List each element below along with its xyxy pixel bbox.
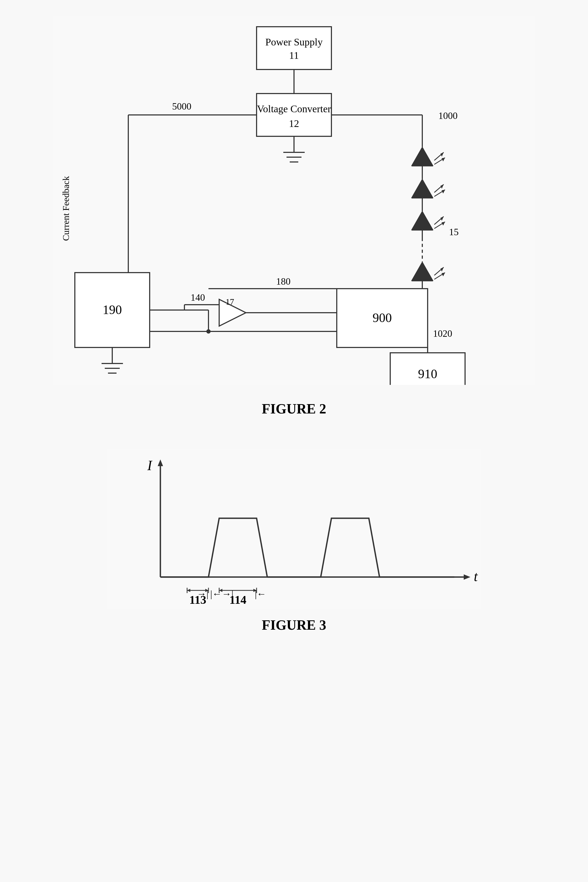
- block-190-number: 190: [103, 303, 122, 317]
- label-1020: 1020: [433, 328, 452, 339]
- arrow-left-1: |←: [255, 588, 266, 599]
- block-900-number: 900: [373, 310, 392, 325]
- page: Power Supply 11 Voltage Converter 12 500…: [0, 0, 588, 882]
- voltage-converter-number: 12: [289, 118, 299, 129]
- label-180: 180: [276, 276, 291, 287]
- x-axis-label: t: [474, 569, 478, 584]
- block-910-number: 910: [418, 367, 437, 381]
- label-5000: 5000: [172, 101, 191, 112]
- voltage-converter-label: Voltage Converter: [257, 103, 331, 114]
- svg-rect-76: [107, 449, 481, 609]
- figure2-label: FIGURE 2: [262, 401, 326, 417]
- svg-rect-1: [256, 27, 332, 69]
- power-supply-number: 11: [289, 50, 299, 61]
- figure3-label: FIGURE 3: [262, 617, 326, 633]
- label-15: 15: [449, 226, 459, 237]
- power-supply-label: Power Supply: [266, 36, 322, 48]
- figure3-container: I t 11: [54, 449, 534, 609]
- svg-rect-3: [256, 93, 332, 136]
- arrow-right-1: →|: [197, 588, 208, 599]
- figure2-container: Power Supply 11 Voltage Converter 12 500…: [54, 16, 534, 390]
- amplifier-number: 17: [226, 297, 234, 306]
- circuit-diagram: Power Supply 11 Voltage Converter 12 500…: [54, 16, 534, 385]
- label-1000: 1000: [438, 110, 458, 121]
- label-140: 140: [190, 292, 205, 303]
- current-feedback-label: Current Feedback: [61, 176, 71, 241]
- arrow-bidirectional: |←→|: [210, 588, 233, 599]
- y-axis-label: I: [147, 458, 153, 473]
- waveform-graph: I t 11: [107, 449, 481, 609]
